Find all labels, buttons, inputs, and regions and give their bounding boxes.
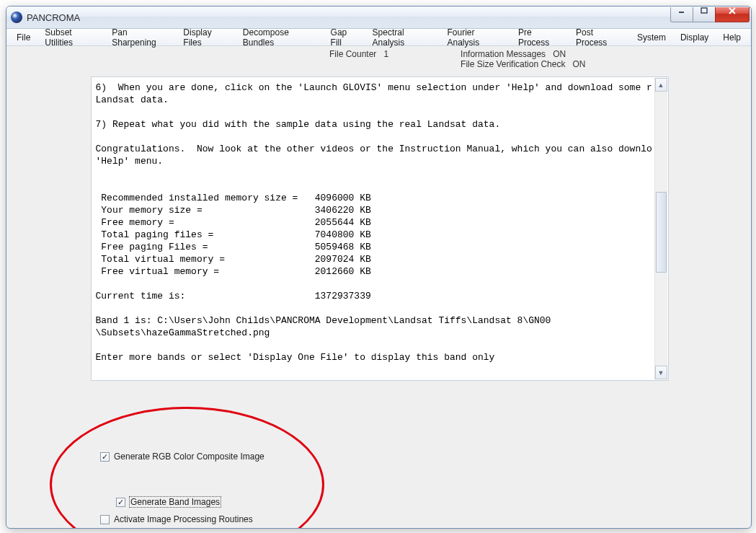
scroll-track[interactable] [655,91,667,366]
size-check-value: ON [572,59,585,69]
menu-system[interactable]: System [630,31,673,44]
checkbox-rgb-composite-label: Generate RGB Color Composite Image [114,451,264,462]
checkbox-rgb-composite[interactable] [100,452,110,462]
menu-file[interactable]: File [9,31,37,44]
status-row: File Counter 1 Information Messages ON F… [12,46,745,76]
log-scrollbar[interactable]: ▲ ▼ [654,78,667,379]
scroll-down-icon[interactable]: ▼ [655,366,667,379]
client-area: File Counter 1 Information Messages ON F… [6,46,751,528]
file-counter-label: File Counter [329,49,376,69]
titlebar[interactable]: PANCROMA [6,6,751,29]
menu-help[interactable]: Help [716,31,748,44]
checkbox-band-images-label: Generate Band Images [130,497,221,507]
log-text: 6) When you are done, click on the 'Laun… [96,82,652,376]
scroll-thumb[interactable] [656,192,667,273]
menubar: File Subset Utilities Pan Sharpening Dis… [6,29,751,46]
window-title: PANCROMA [27,12,80,23]
svg-rect-1 [701,8,707,13]
info-messages-label: Information Messages [461,49,546,59]
log-panel: 6) When you are done, click on the 'Laun… [91,76,669,381]
size-check-label: File Size Verification Check [461,59,565,69]
checkbox-image-processing[interactable] [100,515,110,524]
checkbox-band-images[interactable] [116,498,125,507]
info-messages-value: ON [553,49,566,59]
maximize-button[interactable] [693,7,716,22]
file-counter-value: 1 [383,49,388,69]
app-window: PANCROMA File Subset Utilities Pan Sharp… [6,6,752,529]
close-button[interactable] [715,7,750,22]
options-group: Generate RGB Color Composite Image Gener… [100,450,264,529]
checkbox-image-processing-label: Activate Image Processing Routines [114,514,253,524]
app-icon [11,12,22,23]
scroll-up-icon[interactable]: ▲ [655,78,667,92]
menu-display[interactable]: Display [673,31,716,44]
minimize-button[interactable] [670,7,693,22]
window-controls [671,7,750,22]
